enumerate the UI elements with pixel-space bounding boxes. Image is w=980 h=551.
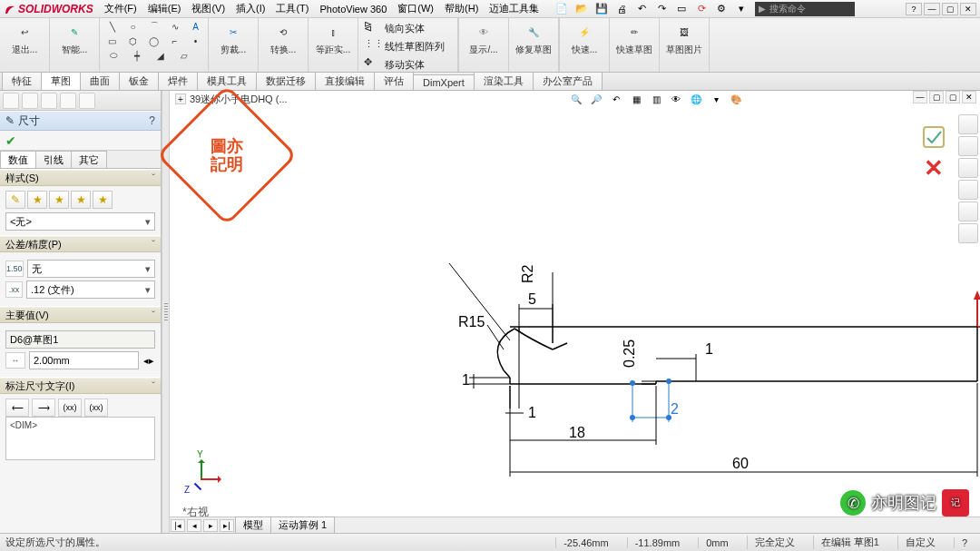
mdi-restore-icon[interactable]: ▢ <box>929 91 944 103</box>
dimtext-paren2-icon[interactable]: (xx) <box>84 398 108 417</box>
rapid-sketch-button[interactable]: ✏快速草图 <box>615 20 653 56</box>
qat-new-icon[interactable]: 📄 <box>554 2 570 16</box>
section-style-header[interactable]: 样式(S)ˇ <box>0 170 161 186</box>
taskpane-home-icon[interactable] <box>958 114 978 134</box>
tab-directedit[interactable]: 直接编辑 <box>315 72 375 90</box>
centerline-icon[interactable]: ┿ <box>129 49 145 62</box>
trim-button[interactable]: ✂剪裁... <box>214 20 252 56</box>
display-button[interactable]: 👁显示/... <box>465 20 503 56</box>
fm-tab-dim-icon[interactable] <box>60 93 76 109</box>
smart-dimension-button[interactable]: ✎智能... <box>55 20 93 56</box>
tab-weldment[interactable]: 焊件 <box>158 72 198 90</box>
menu-photoview[interactable]: PhotoView 360 <box>315 4 393 15</box>
fav-1-icon[interactable]: ★ <box>27 191 47 209</box>
slot-icon[interactable]: ⬭ <box>105 49 122 62</box>
zoom-fit-icon[interactable]: 🔍 <box>568 92 584 106</box>
fm-tab-render-icon[interactable] <box>79 93 95 109</box>
taskpane-lib-icon[interactable] <box>958 136 978 156</box>
prev-view-icon[interactable]: ↶ <box>608 92 624 106</box>
hide-show-icon[interactable]: 👁 <box>668 92 684 106</box>
fillet-icon[interactable]: ⌐ <box>168 34 181 47</box>
chamfer-icon[interactable]: ◢ <box>152 49 169 62</box>
qat-select-icon[interactable]: ▭ <box>673 2 690 16</box>
tree-expand-icon[interactable]: + <box>175 93 186 104</box>
qat-options-icon[interactable]: ⚙ <box>713 2 730 16</box>
graphics-area[interactable]: + 39迷你小手电DHQ (... 🔍 🔎 ↶ ▦ ▥ 👁 🌐 ▾ 🎨 — ▢ … <box>170 91 980 533</box>
line-icon[interactable]: ╲ <box>105 20 119 33</box>
mirror-button[interactable]: ⧎镜向实体 <box>364 20 452 36</box>
dimtext-paren1-icon[interactable]: (xx) <box>58 398 82 417</box>
mdi-min-icon[interactable]: — <box>913 91 927 103</box>
section-view-icon[interactable]: ▦ <box>628 92 644 106</box>
tab-dimxpert[interactable]: DimXpert <box>413 74 475 90</box>
circle-icon[interactable]: ○ <box>126 20 140 33</box>
command-search[interactable]: ▶搜索命令 <box>755 2 855 16</box>
tab-nav-last-icon[interactable]: ▸| <box>220 519 234 532</box>
tab-nav-prev-icon[interactable]: ◂ <box>187 519 201 532</box>
rect-icon[interactable]: ▭ <box>105 34 119 47</box>
dimtext-right-icon[interactable]: ⟶ <box>32 398 55 417</box>
quick-button[interactable]: ⚡快速... <box>565 20 603 56</box>
menu-view[interactable]: 视图(V) <box>186 2 230 15</box>
fm-tab-prop-icon[interactable] <box>22 93 38 109</box>
confirm-corner-ok[interactable] <box>920 123 947 151</box>
ok-button[interactable]: ✔ <box>5 133 16 148</box>
help-icon[interactable]: ? <box>906 3 922 15</box>
fm-tab-tree-icon[interactable] <box>3 93 19 109</box>
tab-office[interactable]: 办公室产品 <box>533 72 603 90</box>
section-tol-header[interactable]: 公差/精度(P)ˇ <box>0 236 161 252</box>
pin-icon[interactable]: ? <box>149 114 155 127</box>
pattern-button[interactable]: ⋮⋮线性草图阵列 <box>364 38 452 54</box>
qat-open-icon[interactable]: 📂 <box>573 2 590 16</box>
tab-render[interactable]: 渲染工具 <box>474 72 534 90</box>
subtab-value[interactable]: 数值 <box>0 151 36 168</box>
zoom-area-icon[interactable]: 🔎 <box>588 92 604 106</box>
arc-icon[interactable]: ⌒ <box>147 20 161 33</box>
repair-button[interactable]: 🔧修复草图 <box>514 20 553 56</box>
status-custom[interactable]: 自定义 <box>897 536 943 549</box>
plane-icon[interactable]: ▱ <box>176 49 192 62</box>
close-icon[interactable]: ✕ <box>960 3 976 15</box>
fav-2-icon[interactable]: ★ <box>49 191 69 209</box>
tab-motion[interactable]: 运动算例 1 <box>270 517 335 534</box>
subtab-leader[interactable]: 引线 <box>35 151 72 168</box>
dim-2[interactable]: 2 <box>671 401 679 417</box>
tab-features[interactable]: 特征 <box>2 72 42 90</box>
menu-tools[interactable]: 工具(T) <box>270 2 314 15</box>
appearance-icon[interactable]: 🎨 <box>728 92 744 106</box>
fm-tab-config-icon[interactable] <box>41 93 57 109</box>
display-style-icon[interactable]: ▥ <box>648 92 664 106</box>
menu-edit[interactable]: 编辑(E) <box>142 2 187 15</box>
tab-evaluate[interactable]: 评估 <box>374 72 414 90</box>
mdi-max-icon[interactable]: ▢ <box>946 91 960 103</box>
ellipse-icon[interactable]: ◯ <box>147 34 161 47</box>
point-icon[interactable]: • <box>189 34 202 47</box>
section-prim-header[interactable]: 主要值(V)ˇ <box>0 307 161 323</box>
section-dimtext-header[interactable]: 标注尺寸文字(I)ˇ <box>0 378 161 394</box>
move-button[interactable]: ✥移动实体 <box>364 56 452 73</box>
tab-migration[interactable]: 数据迁移 <box>256 72 316 90</box>
primary-value-field[interactable]: 2.00mm <box>29 351 139 369</box>
tab-nav-next-icon[interactable]: ▸ <box>203 519 218 532</box>
sketch-pic-button[interactable]: 🖼草图图片 <box>665 20 703 56</box>
tab-model[interactable]: 模型 <box>235 517 271 534</box>
mdi-close-icon[interactable]: ✕ <box>962 91 976 103</box>
spinner-icon[interactable]: ◂▸ <box>142 355 155 367</box>
tab-nav-first-icon[interactable]: |◂ <box>171 519 185 532</box>
spline-icon[interactable]: ∿ <box>168 20 181 33</box>
qat-redo-icon[interactable]: ↷ <box>653 2 670 16</box>
fav-3-icon[interactable]: ★ <box>71 191 91 209</box>
offset-button[interactable]: ⫿等距实... <box>314 20 352 56</box>
tol-combo[interactable]: 无 <box>27 260 155 278</box>
convert-button[interactable]: ⟲转换... <box>264 20 302 56</box>
subtab-other[interactable]: 其它 <box>71 151 107 168</box>
qat-print-icon[interactable]: 🖨 <box>613 2 630 16</box>
qat-save-icon[interactable]: 💾 <box>593 2 610 16</box>
tab-sketch[interactable]: 草图 <box>41 72 81 90</box>
exit-sketch-button[interactable]: ↩退出... <box>5 20 44 56</box>
text-icon[interactable]: A <box>189 20 202 33</box>
status-help-icon[interactable]: ? <box>954 537 975 548</box>
precision-combo[interactable]: .12 (文件) <box>26 280 155 299</box>
minimize-icon[interactable]: — <box>924 3 940 15</box>
scene-icon[interactable]: 🌐 <box>688 92 704 106</box>
